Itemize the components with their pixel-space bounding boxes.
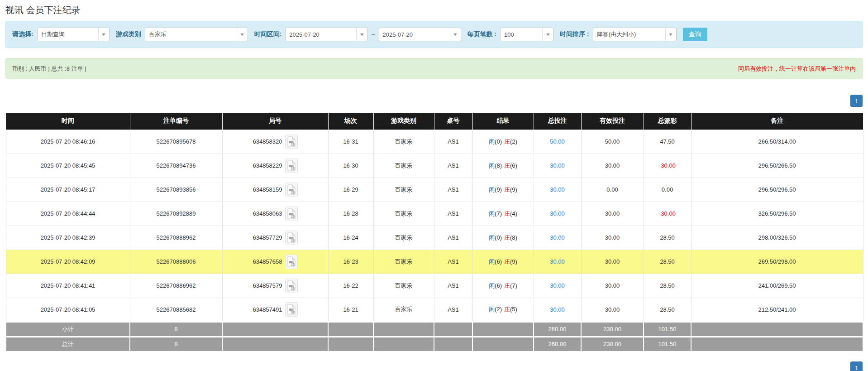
- total-bet-link[interactable]: 30.00: [550, 282, 565, 289]
- cell-payout: 47.50: [644, 130, 691, 154]
- page-title: 视讯 会员下注纪录: [5, 0, 863, 21]
- result-banker: 庄(7): [504, 282, 517, 289]
- header-valid-bet: 有效投注: [581, 113, 644, 130]
- round-id-text: 634858229: [253, 162, 282, 169]
- subtotal-label: 小计: [6, 322, 130, 337]
- page-1-button[interactable]: 1: [850, 361, 863, 371]
- header-result: 结果: [472, 113, 534, 130]
- result-player: 闲(0): [489, 138, 502, 145]
- result-banker: 庄(6): [504, 162, 517, 169]
- table-row: 2025-07-20 08:42:39 522670888962 6348577…: [6, 226, 863, 250]
- cell-valid-bet: 50.00: [581, 130, 644, 154]
- summary-bar: 币别 : 人民币 | 总共 :8 注单 | 同局有效投注，统一计算在该局第一张注…: [5, 58, 863, 79]
- video-file-icon: [287, 208, 296, 219]
- chevron-down-icon[interactable]: [237, 28, 248, 41]
- total-bet-link[interactable]: 50.00: [550, 138, 565, 145]
- video-file-icon: [287, 232, 296, 243]
- cell-total-bet: 30.00: [534, 274, 581, 298]
- chevron-down-icon[interactable]: [665, 28, 676, 41]
- cell-session: 16-22: [328, 274, 373, 298]
- round-id-text: 634857491: [253, 306, 282, 313]
- result-player: 闲(2): [489, 306, 502, 313]
- video-record-button[interactable]: [285, 207, 298, 221]
- total-bet-link[interactable]: 30.00: [550, 258, 565, 265]
- cell-time: 2025-07-20 08:42:39: [6, 226, 130, 250]
- time-order-select[interactable]: 降幂(由大到小): [593, 28, 677, 41]
- date-from-value: 2025-07-20: [286, 28, 356, 41]
- video-record-button[interactable]: [285, 135, 298, 149]
- query-type-select[interactable]: 日期查询: [37, 28, 110, 41]
- cell-total-bet: 30.00: [534, 298, 581, 322]
- total-bet-link[interactable]: 30.00: [550, 210, 565, 217]
- pagination-top: 1: [5, 95, 863, 107]
- header-remark: 备注: [691, 113, 863, 130]
- video-file-icon: [287, 280, 296, 291]
- search-button[interactable]: 查询: [683, 28, 707, 41]
- chevron-down-icon[interactable]: [98, 28, 109, 41]
- video-record-button[interactable]: [285, 255, 298, 269]
- result-banker: 庄(9): [504, 186, 517, 193]
- page-1-button[interactable]: 1: [850, 95, 863, 107]
- cell-round-id: 634857579: [222, 274, 328, 298]
- cell-session: 16-30: [328, 154, 373, 178]
- game-category-select[interactable]: 百家乐: [145, 28, 248, 41]
- video-record-button[interactable]: [285, 159, 298, 173]
- page: 视讯 会员下注纪录 请选择: 日期查询 游戏类别 百家乐 时间区间: 2025-…: [0, 0, 868, 371]
- game-category-label: 游戏类别: [116, 30, 141, 39]
- cell-round-id: 634858159: [222, 178, 328, 202]
- subtotal-total-bet: 260.00: [534, 322, 581, 337]
- date-to-select[interactable]: 2025-07-20: [379, 28, 461, 41]
- cell-time: 2025-07-20 08:45:17: [6, 178, 130, 202]
- video-file-icon: [287, 256, 296, 267]
- result-banker: 庄(2): [504, 138, 517, 145]
- cell-result: 闲(7)庄(4): [472, 202, 534, 226]
- cell-game: 百家乐: [373, 298, 434, 322]
- cell-table-no: AS1: [434, 202, 472, 226]
- grand-total-label: 总计: [6, 337, 130, 352]
- cell-remark: 326.50/296.50: [691, 202, 863, 226]
- chevron-down-icon[interactable]: [356, 28, 367, 41]
- filter-panel: 请选择: 日期查询 游戏类别 百家乐 时间区间: 2025-07-20 ~ 20…: [5, 21, 863, 48]
- video-record-button[interactable]: [285, 302, 298, 317]
- total-bet-link[interactable]: 30.00: [550, 162, 565, 169]
- header-time: 时间: [6, 113, 130, 130]
- subtotal-row: 小计 8 260.00 230.00 101.50: [6, 322, 863, 337]
- video-file-icon: [287, 160, 296, 171]
- cell-payout: 0.00: [644, 178, 691, 202]
- cell-payout: -30.00: [644, 154, 691, 178]
- cell-bet-id: 522670888962: [130, 226, 222, 250]
- grand-total-row: 总计 8 260.00 230.00 101.50: [6, 337, 863, 352]
- total-bet-link[interactable]: 30.00: [550, 186, 565, 193]
- time-order-value: 降幂(由大到小): [593, 28, 665, 41]
- total-bet-link[interactable]: 30.00: [550, 234, 565, 241]
- video-record-button[interactable]: [285, 279, 298, 293]
- video-record-button[interactable]: [285, 183, 298, 197]
- total-bet-link[interactable]: 30.00: [550, 306, 565, 313]
- video-file-icon: [287, 136, 296, 147]
- cell-valid-bet: 30.00: [581, 250, 644, 274]
- chevron-down-icon[interactable]: [450, 28, 461, 41]
- cell-game: 百家乐: [373, 154, 434, 178]
- cell-result: 闲(6)庄(7): [472, 274, 534, 298]
- video-record-button[interactable]: [285, 231, 298, 245]
- date-from-select[interactable]: 2025-07-20: [285, 28, 367, 41]
- cell-bet-id: 522670888006: [130, 250, 222, 274]
- page-size-select[interactable]: 100: [500, 28, 553, 41]
- cell-game: 百家乐: [373, 274, 434, 298]
- cell-payout: 28.50: [644, 298, 691, 322]
- chevron-down-icon[interactable]: [542, 28, 553, 41]
- cell-table-no: AS1: [434, 298, 472, 322]
- cell-table-no: AS1: [434, 250, 472, 274]
- table-row: 2025-07-20 08:44:44 522670892889 6348580…: [6, 202, 863, 226]
- cell-session: 16-31: [328, 130, 373, 154]
- cell-remark: 298.00/326.50: [691, 226, 863, 250]
- cell-remark: 269.50/298.00: [691, 250, 863, 274]
- cell-total-bet: 30.00: [534, 250, 581, 274]
- cell-bet-id: 522670895678: [130, 130, 222, 154]
- cell-valid-bet: 30.00: [581, 154, 644, 178]
- cell-result: 闲(0)庄(8): [472, 226, 534, 250]
- cell-time: 2025-07-20 08:41:05: [6, 298, 130, 322]
- currency-total-text: 币别 : 人民币 | 总共 :8 注单 |: [12, 65, 86, 73]
- cell-game: 百家乐: [373, 226, 434, 250]
- table-row: 2025-07-20 08:45:17 522670893856 6348581…: [6, 178, 863, 202]
